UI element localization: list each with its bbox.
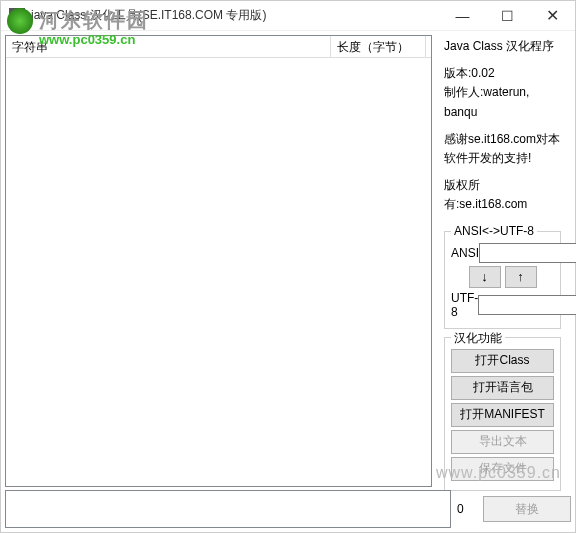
ansi-group-title: ANSI<->UTF-8 [451,224,537,238]
ansi-utf8-group: ANSI<->UTF-8 ANSI ↓ ↑ UTF-8 [444,231,561,329]
ansi-label: ANSI [451,246,479,260]
close-button[interactable]: ✕ [530,1,575,30]
save-file-button[interactable]: 保存文件 [451,457,554,481]
info-version: 版本:0.02 [444,66,495,80]
count-label: 0 [457,502,477,516]
minimize-button[interactable]: — [440,1,485,30]
col-length[interactable]: 长度（字节） [331,36,426,57]
window-controls: — ☐ ✕ [440,1,575,30]
window-title: java Class 汉化工具(SE.IT168.COM 专用版) [31,7,440,24]
table-header: 字符串 长度（字节） [6,36,431,58]
open-manifest-button[interactable]: 打开MANIFEST [451,403,554,427]
open-lang-button[interactable]: 打开语言包 [451,376,554,400]
title-bar: java Class 汉化工具(SE.IT168.COM 专用版) — ☐ ✕ [1,1,575,31]
replace-button[interactable]: 替换 [483,496,571,522]
open-class-button[interactable]: 打开Class [451,349,554,373]
function-group: 汉化功能 打开Class 打开语言包 打开MANIFEST 导出文本 保存文件 [444,337,561,491]
info-copyright: 版权所有:se.it168.com [444,176,561,214]
left-panel: 字符串 长度（字节） [1,31,436,491]
convert-down-button[interactable]: ↓ [469,266,501,288]
string-table[interactable]: 字符串 长度（字节） [5,35,432,487]
app-window: java Class 汉化工具(SE.IT168.COM 专用版) — ☐ ✕ … [0,0,576,533]
app-icon [9,8,25,24]
utf8-label: UTF-8 [451,291,478,319]
info-block: Java Class 汉化程序 版本:0.02 制作人:waterun, ban… [444,37,561,223]
func-group-title: 汉化功能 [451,330,505,347]
col-string[interactable]: 字符串 [6,36,331,57]
edit-textarea[interactable] [5,490,451,528]
info-thanks: 感谢se.it168.com对本软件开发的支持! [444,130,561,168]
export-text-button[interactable]: 导出文本 [451,430,554,454]
ansi-input[interactable] [479,243,576,263]
client-area: 字符串 长度（字节） Java Class 汉化程序 版本:0.02 制作人:w… [1,31,575,491]
info-title: Java Class 汉化程序 [444,37,561,56]
convert-up-button[interactable]: ↑ [505,266,537,288]
utf8-input[interactable] [478,295,576,315]
maximize-button[interactable]: ☐ [485,1,530,30]
info-author: 制作人:waterun, banqu [444,85,529,118]
side-panel: Java Class 汉化程序 版本:0.02 制作人:waterun, ban… [436,31,569,491]
bottom-bar: 0 替换 [5,490,571,528]
